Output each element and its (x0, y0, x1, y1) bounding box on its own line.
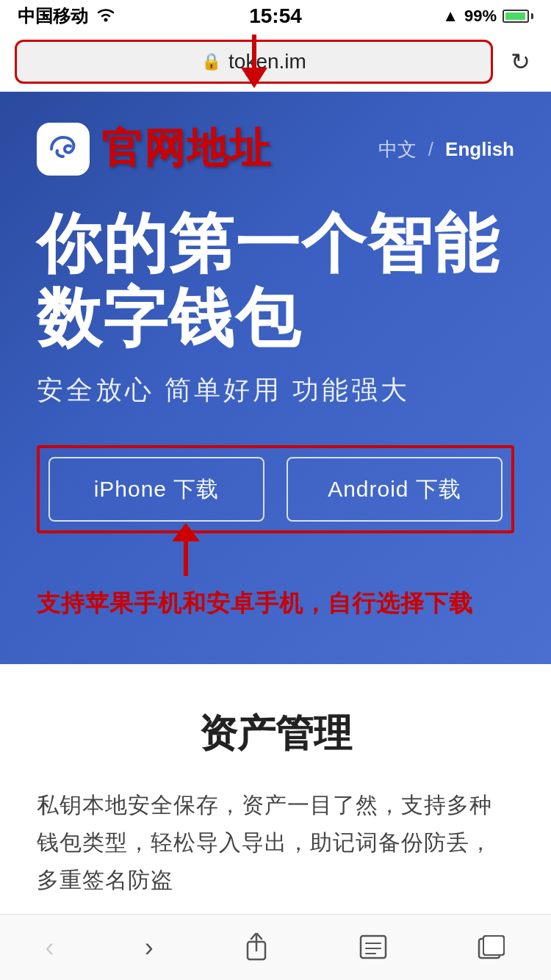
svg-point-0 (104, 18, 108, 22)
share-button[interactable] (229, 926, 284, 970)
section-body: 私钥本地安全保存，资产一目了然，支持多种钱包类型，轻松导入导出，助记词备份防丢，… (37, 786, 514, 898)
status-right: ▲ 99% (442, 7, 533, 26)
lang-divider: / (428, 138, 433, 161)
hero-title: 你的第一个智能数字钱包 (37, 206, 514, 355)
back-button[interactable]: ‹ (31, 925, 69, 970)
status-left: 中国移动 (18, 4, 116, 28)
status-time: 15:54 (249, 4, 302, 28)
location-icon: ▲ (442, 7, 458, 26)
svg-rect-9 (483, 936, 504, 955)
tabs-button[interactable] (463, 927, 520, 968)
hero-subtitle: 安全放心 简单好用 功能强大 (37, 372, 514, 408)
battery-indicator (503, 10, 533, 23)
content-section: 资产管理 私钥本地安全保存，资产一目了然，支持多种钱包类型，轻松导入导出，助记词… (0, 664, 551, 928)
browser-bar: 🔒 token.im ↻ (0, 32, 551, 92)
svg-rect-4 (361, 936, 386, 958)
lock-icon: 🔒 (201, 52, 221, 71)
lang-english[interactable]: English (445, 138, 514, 161)
lang-switcher: 中文 / English (378, 137, 514, 162)
section-title: 资产管理 (37, 708, 514, 760)
refresh-button[interactable]: ↻ (505, 42, 536, 82)
bookmark-button[interactable] (345, 927, 402, 968)
button-arrow-annotation (37, 539, 514, 576)
logo-icon (37, 123, 90, 176)
wifi-icon (96, 6, 116, 26)
download-buttons-wrapper: iPhone 下载 Android 下载 (37, 445, 514, 533)
browser-nav: ‹ › (0, 914, 551, 980)
lang-chinese[interactable]: 中文 (378, 137, 417, 162)
site-title: 官网地址 (101, 121, 272, 177)
logo-area: 官网地址 (37, 121, 272, 177)
url-arrow-annotation (241, 35, 267, 88)
iphone-download-button[interactable]: iPhone 下载 (48, 457, 264, 522)
android-download-button[interactable]: Android 下载 (287, 457, 503, 522)
url-bar[interactable]: 🔒 token.im (15, 40, 493, 84)
forward-button[interactable]: › (130, 925, 168, 970)
status-bar: 中国移动 15:54 ▲ 99% (0, 0, 551, 32)
carrier-text: 中国移动 (18, 4, 88, 28)
hero-section: 官网地址 中文 / English 你的第一个智能数字钱包 安全放心 简单好用 … (0, 92, 551, 664)
battery-percent: 99% (464, 7, 497, 26)
site-header: 官网地址 中文 / English (37, 121, 514, 177)
page-wrapper: 官网地址 中文 / English 你的第一个智能数字钱包 安全放心 简单好用 … (0, 92, 551, 928)
annotation-text: 支持苹果手机和安卓手机，自行选择下载 (37, 588, 514, 620)
